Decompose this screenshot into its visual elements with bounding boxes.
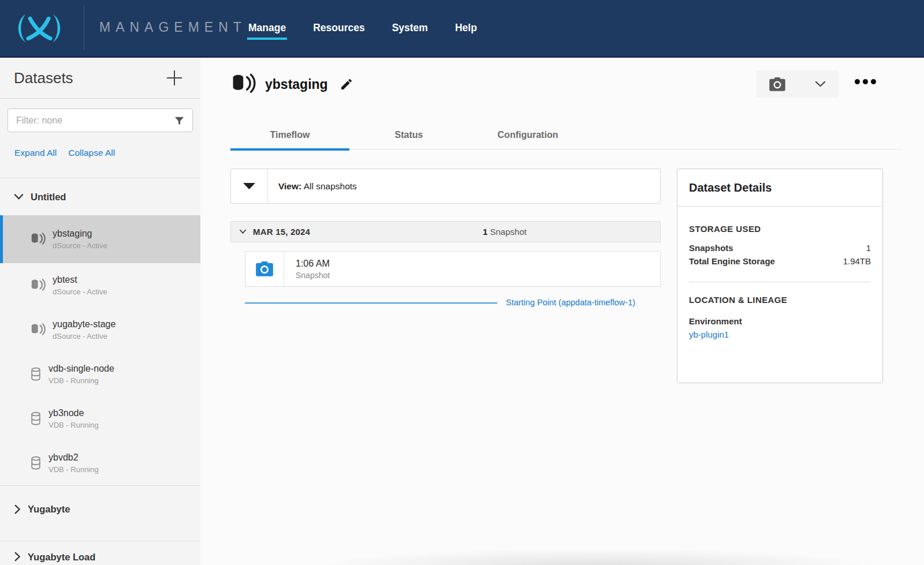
storage-row: Total Engine Storage 1.94TB — [689, 255, 871, 268]
snapshot-time: 1:06 AM — [296, 259, 330, 269]
dataset-item-yugabyte-stage[interactable]: yugabyte-stage dSource - Active — [0, 308, 200, 352]
dataset-item-yb3node[interactable]: yb3node VDB - Running — [0, 396, 200, 441]
plus-icon — [166, 69, 183, 87]
nav-item-system[interactable]: System — [392, 22, 428, 34]
chevron-down-icon[interactable] — [815, 81, 826, 87]
dataset-name: vdb-single-node — [49, 364, 114, 374]
dataset-item-vdb-single-node[interactable]: vdb-single-node VDB - Running — [0, 352, 200, 396]
environment-label: Environment — [689, 316, 871, 326]
main-content: ybstaging Timeflow Status Configuration — [200, 58, 924, 565]
snapshot-count: 1 Snapshot — [483, 227, 527, 237]
filter-funnel-icon[interactable] — [174, 115, 185, 129]
sidebar-header: Datasets — [0, 58, 200, 99]
divider — [689, 282, 871, 282]
storage-row-value: 1 — [866, 241, 871, 255]
dataset-tabs: Timeflow Status Configuration — [230, 120, 901, 149]
page-title: ybstaging — [265, 77, 328, 92]
dataset-status: VDB - Running — [49, 376, 114, 385]
ellipsis-icon — [871, 79, 876, 84]
dsource-icon — [230, 73, 256, 96]
more-actions-button[interactable] — [855, 79, 876, 84]
sidebar-title: Datasets — [14, 69, 73, 87]
location-lineage-heading: LOCATION & LINEAGE — [689, 295, 871, 305]
dsource-icon — [30, 232, 46, 246]
tree-controls: Expand All Collapse All — [14, 148, 200, 158]
view-dropdown-toggle[interactable] — [231, 169, 268, 203]
dataset-name: yb3node — [49, 408, 99, 418]
tab-status[interactable]: Status — [349, 120, 468, 149]
filter-input[interactable] — [15, 115, 173, 126]
view-selector[interactable]: View: All snapshots — [230, 169, 661, 204]
storage-used-heading: STORAGE USED — [689, 224, 871, 234]
dataset-name: ybtest — [53, 275, 107, 285]
storage-row-label: Total Engine Storage — [689, 255, 776, 268]
details-title: Dataset Details — [677, 169, 882, 207]
snapshot-type: Snapshot — [296, 271, 330, 280]
dataset-name: ybvdb2 — [49, 452, 99, 463]
group-label: Yugabyte Load — [28, 552, 95, 563]
group-header-yugabyte-load[interactable]: Yugabyte Load — [0, 541, 200, 565]
brand-text: MANAGEMENT — [99, 20, 247, 35]
rename-dataset-button[interactable] — [340, 77, 353, 91]
chevron-right-icon — [14, 504, 21, 514]
dataset-status: VDB - Running — [49, 465, 99, 474]
dataset-status: dSource - Active — [53, 332, 116, 341]
nav-item-resources[interactable]: Resources — [313, 22, 365, 34]
ellipsis-icon — [855, 79, 860, 84]
timeflow-panel: View: All snapshots MAR 15, 2024 1 Snaps… — [230, 169, 661, 310]
dataset-status: dSource - Active — [53, 241, 107, 250]
dataset-item-ybvdb2[interactable]: ybvdb2 VDB - Running — [0, 441, 200, 485]
vdb-icon — [30, 411, 42, 426]
group-label: Yugabyte — [28, 504, 70, 515]
group-header-untitled[interactable]: Untitled — [0, 178, 200, 215]
camera-icon — [256, 261, 273, 276]
scroll-shadow — [304, 548, 889, 565]
chevron-down-icon — [239, 229, 247, 234]
storage-row-value: 1.94TB — [843, 255, 871, 268]
dataset-name: ybstaging — [53, 229, 107, 239]
dataset-name: yugabyte-stage — [53, 319, 116, 330]
view-value: All snapshots — [304, 181, 357, 191]
chevron-down-icon — [14, 193, 24, 200]
view-label: View: — [278, 181, 301, 191]
date-label: MAR 15, 2024 — [253, 227, 310, 237]
starting-point-link[interactable]: Starting Point (appdata-timeflow-1) — [506, 298, 635, 307]
dataset-item-ybstaging[interactable]: ybstaging dSource - Active — [0, 215, 200, 263]
add-dataset-button[interactable] — [166, 69, 183, 87]
main-menu: Manage Resources System Help — [248, 0, 477, 56]
camera-icon — [769, 77, 785, 91]
group-header-yugabyte[interactable]: Yugabyte — [0, 486, 200, 532]
dataset-status: VDB - Running — [49, 421, 99, 429]
take-snapshot-button[interactable] — [757, 70, 839, 98]
triangle-down-icon — [243, 182, 256, 190]
pencil-icon — [340, 77, 353, 91]
dataset-title-row: ybstaging — [230, 73, 353, 96]
tab-configuration[interactable]: Configuration — [468, 120, 587, 149]
environment-link[interactable]: yb-plugin1 — [689, 330, 871, 339]
delphix-logo-icon — [10, 12, 68, 47]
starting-point-row: Starting Point (appdata-timeflow-1) — [230, 297, 661, 310]
tab-timeflow[interactable]: Timeflow — [230, 120, 349, 149]
ellipsis-icon — [863, 79, 868, 84]
chevron-right-icon — [14, 552, 21, 562]
group-label: Untitled — [31, 192, 66, 203]
nav-divider — [84, 6, 84, 50]
dataset-status: dSource - Active — [53, 287, 107, 296]
snapshot-cell — [245, 252, 284, 286]
vdb-icon — [30, 367, 42, 381]
dataset-details-panel: Dataset Details STORAGE USED Snapshots 1… — [677, 169, 883, 383]
storage-row: Snapshots 1 — [689, 241, 871, 255]
collapse-all-link[interactable]: Collapse All — [68, 148, 115, 158]
dsource-icon — [30, 278, 46, 293]
nav-item-manage[interactable]: Manage — [248, 22, 286, 34]
datasets-sidebar: Datasets Expand All Collapse All Untitle… — [0, 58, 200, 565]
nav-item-help[interactable]: Help — [455, 22, 477, 34]
timeflow-line — [245, 302, 497, 304]
filter-box — [8, 108, 193, 132]
expand-all-link[interactable]: Expand All — [14, 148, 57, 158]
dataset-item-ybtest[interactable]: ybtest dSource - Active — [0, 263, 200, 308]
snapshot-row[interactable]: 1:06 AM Snapshot — [245, 251, 661, 287]
top-nav: MANAGEMENT Manage Resources System Help — [0, 0, 924, 58]
date-group-header[interactable]: MAR 15, 2024 1 Snapshot — [230, 221, 661, 242]
vdb-icon — [30, 456, 42, 470]
